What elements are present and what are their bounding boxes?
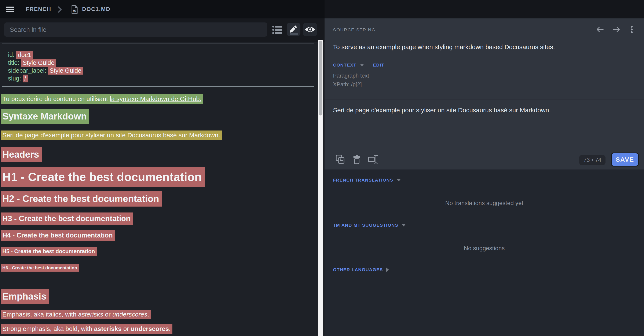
breadcrumb-file[interactable]: DOC1.MD: [82, 0, 110, 19]
string-heading-headers[interactable]: Headers: [1, 147, 42, 162]
list-view-icon: [272, 25, 283, 35]
text-cursor-button[interactable]: [368, 155, 378, 164]
document-preview: id:doc1 title:Style Guide sidebar_label:…: [0, 42, 318, 336]
github-markdown-link[interactable]: la syntaxe Markdown de GitHub.: [110, 95, 202, 102]
frontmatter-line[interactable]: title:Style Guide: [8, 59, 314, 67]
source-text: To serve as an example page when styling…: [333, 43, 555, 51]
triangle-down-icon: [402, 224, 406, 227]
string-highlight-untranslated: Style Guide: [48, 67, 83, 75]
pencil-edit-icon: [288, 24, 299, 35]
topbar-right-tint: [324, 0, 644, 19]
section-divider: [324, 100, 644, 100]
other-languages-toggle[interactable]: OTHER LANGUAGES: [333, 267, 389, 272]
delete-translation-button[interactable]: [353, 155, 360, 164]
app-topbar: FRENCH M↓ DOC1.MD: [0, 0, 644, 19]
translation-input[interactable]: Sert de page d'exemple pour styliser un …: [333, 107, 634, 145]
source-string-label: SOURCE STRING: [333, 27, 376, 32]
triangle-down-icon: [360, 64, 364, 66]
string-heading-emphasis[interactable]: Emphasis: [1, 289, 49, 304]
string-strong-paragraph[interactable]: Strong emphasis, aka bold, with asterisk…: [1, 324, 172, 334]
previous-string-button[interactable]: [596, 26, 604, 33]
kebab-menu-button[interactable]: [630, 26, 633, 33]
triangle-down-icon: [397, 179, 401, 181]
eye-preview-icon: [305, 26, 316, 33]
string-highlight-untranslated: doc1: [16, 51, 33, 59]
tm-empty-state: No suggestions: [324, 245, 644, 252]
char-count-badge: 73 • 74: [579, 155, 606, 165]
file-preview-panel: id:doc1 title:Style Guide sidebar_label:…: [0, 19, 324, 336]
edit-context-button[interactable]: EDIT: [373, 63, 384, 68]
breadcrumb-project[interactable]: FRENCH: [26, 0, 51, 19]
string-highlight-untranslated: /: [23, 75, 28, 82]
copy-source-button[interactable]: [335, 154, 345, 164]
frontmatter-line[interactable]: slug:/: [8, 75, 314, 82]
tm-mt-suggestions-toggle[interactable]: TM AND MT SUGGESTIONS: [333, 223, 406, 228]
string-highlight-untranslated: Style Guide: [21, 59, 56, 67]
scrollbar-thumb[interactable]: [318, 41, 322, 115]
string-intro-paragraph[interactable]: Tu peux écrire du contenu en utilisant l…: [1, 94, 203, 104]
string-heading-h6[interactable]: H6 - Create the best documentation: [1, 264, 79, 272]
save-button[interactable]: SAVE: [611, 152, 639, 166]
next-string-button[interactable]: [612, 26, 620, 33]
translations-empty-state: No translations suggested yet: [324, 200, 644, 207]
breadcrumb-chevron-icon: [58, 6, 62, 13]
string-heading-h4[interactable]: H4 - Create the best documentation: [1, 230, 115, 241]
markdown-file-icon: M↓: [71, 5, 78, 14]
string-heading-h3[interactable]: H3 - Create the best documentation: [1, 213, 133, 225]
hamburger-menu-icon[interactable]: [6, 7, 14, 12]
context-type: Paragraph text: [333, 72, 369, 79]
triangle-right-icon: [386, 268, 389, 272]
search-input[interactable]: [4, 23, 267, 37]
horizontal-rule: [2, 281, 313, 281]
scrollbar-track[interactable]: [318, 40, 323, 336]
frontmatter-line[interactable]: sidebar_label:Style Guide: [8, 67, 314, 75]
string-heading-markdown[interactable]: Syntaxe Markdown: [1, 109, 89, 124]
context-row: CONTEXT EDIT: [333, 63, 384, 68]
suggestions-area: FRENCH TRANSLATIONS No translations sugg…: [324, 170, 644, 336]
string-selected-paragraph[interactable]: Sert de page d'exemple pour styliser un …: [1, 130, 222, 140]
context-toggle[interactable]: CONTEXT: [333, 63, 356, 68]
frontmatter-block: id:doc1 title:Style Guide sidebar_label:…: [2, 43, 314, 87]
edit-mode-button[interactable]: [287, 23, 300, 36]
french-translations-toggle[interactable]: FRENCH TRANSLATIONS: [333, 178, 401, 183]
translation-editor-app: { "header": { "project": "FRENCH", "file…: [0, 0, 644, 336]
preview-mode-button[interactable]: [303, 23, 317, 36]
search-toolbar: [0, 19, 324, 42]
markdown-badge-text: M↓: [73, 10, 76, 12]
string-heading-h2[interactable]: H2 - Create the best documentation: [1, 191, 162, 207]
string-heading-h1[interactable]: H1 - Create the best documentation: [1, 167, 205, 187]
list-view-button[interactable]: [271, 24, 284, 35]
frontmatter-line[interactable]: id:doc1: [8, 51, 314, 59]
translation-panel: SOURCE STRING To serve as an example pag…: [324, 19, 644, 336]
string-heading-h5[interactable]: H5 - Create the best documentation: [1, 247, 97, 256]
context-xpath: XPath: /p[2]: [333, 81, 362, 88]
string-emphasis-paragraph[interactable]: Emphasis, aka italics, with asterisks or…: [1, 310, 151, 319]
